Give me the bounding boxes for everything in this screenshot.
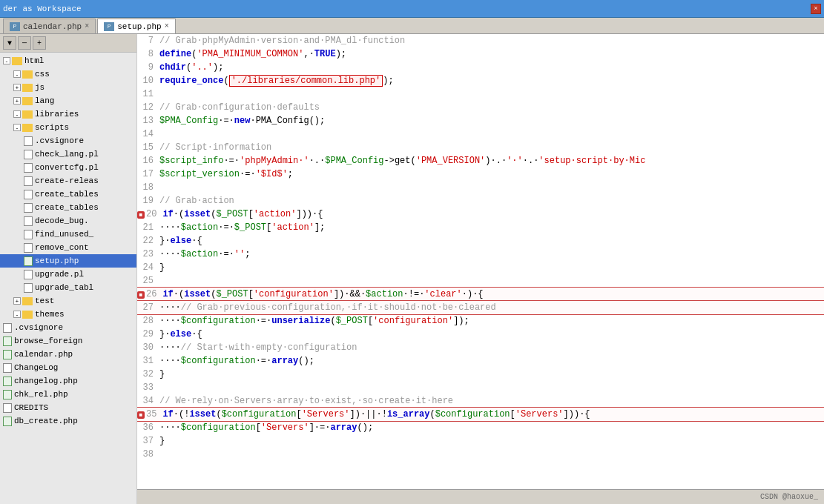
tab-calendar-close[interactable]: × <box>85 22 89 30</box>
code-line-33: 33 <box>137 381 824 394</box>
tree-item-find-unused[interactable]: find_unused_ <box>0 228 136 241</box>
label-find-unused: find_unused_ <box>35 230 93 239</box>
tree-item-js[interactable]: + js <box>0 81 136 94</box>
line-num-33: 33 <box>137 381 159 394</box>
tree-item-html[interactable]: - html <box>0 54 136 67</box>
tree-item-decode-bug[interactable]: decode_bug. <box>0 214 136 228</box>
line-num-18: 18 <box>137 181 159 194</box>
tree-item-upgrade-pl[interactable]: upgrade.pl <box>0 268 136 281</box>
tree-item-convertcfg[interactable]: convertcfg.pl <box>0 161 136 174</box>
tab-setup[interactable]: P setup.php × <box>97 19 175 33</box>
expander-js[interactable]: + <box>13 84 21 91</box>
add-button[interactable]: + <box>33 36 46 50</box>
folder-icon-themes <box>22 311 33 319</box>
tree-item-db-create[interactable]: db_create.php <box>0 414 136 428</box>
tree-item-libraries[interactable]: - libraries <box>0 107 136 121</box>
label-html: html <box>24 56 44 65</box>
line-num-15: 15 <box>137 141 159 154</box>
file-icon-changelog <box>3 363 12 373</box>
line-content-20: if·(isset($_POST['action']))·{ <box>162 208 824 221</box>
close-button[interactable]: × <box>811 4 821 14</box>
tree-item-test[interactable]: + test <box>0 294 136 308</box>
expander-css[interactable]: - <box>13 70 21 78</box>
line-content-37: } <box>159 434 824 448</box>
tree-item-changelog[interactable]: ChangeLog <box>0 361 136 374</box>
expander-scripts[interactable]: - <box>13 124 21 131</box>
tree-item-scripts[interactable]: - scripts <box>0 121 136 134</box>
tree-item-setup-php[interactable]: setup.php <box>0 254 136 268</box>
tree-item-themes[interactable]: - themes <box>0 308 136 321</box>
line-content-30: ····// Start·with·empty·configuration <box>159 341 824 354</box>
label-root-cvsignore: .cvsignore <box>14 323 63 332</box>
expander-test[interactable]: + <box>13 297 21 305</box>
breakpoint-20: ■ <box>137 211 145 219</box>
line-content-17: $script_version·=·'$Id$'; <box>159 168 824 181</box>
line-num-14: 14 <box>137 127 159 141</box>
tree-item-upgrade-tabl[interactable]: upgrade_tabl <box>0 281 136 294</box>
line-num-30: 30 <box>137 341 159 354</box>
tree-item-cvsignore[interactable]: .cvsignore <box>0 134 136 147</box>
expander-lang[interactable]: + <box>13 97 21 105</box>
php-file-icon2: P <box>104 22 114 31</box>
line-content-10: require_once('./libraries/common.lib.php… <box>159 74 824 87</box>
tree-item-credits[interactable]: CREDITS <box>0 401 136 414</box>
folder-icon-test <box>22 297 33 305</box>
tab-setup-label: setup.php <box>117 22 161 31</box>
line-content-18 <box>159 181 824 194</box>
code-line-18: 18 <box>137 181 824 194</box>
collapse-all-button[interactable]: ▼ <box>3 36 16 50</box>
code-line-9: 9 chdir('..'); <box>137 61 824 74</box>
label-changelog: ChangeLog <box>14 363 58 372</box>
tree-item-chk-rel[interactable]: chk_rel.php <box>0 388 136 401</box>
file-icon-setup-php <box>24 256 33 266</box>
line-num-29: 29 <box>137 328 159 341</box>
line-num-32: 32 <box>137 368 159 381</box>
code-line-37: 37 } <box>137 434 824 448</box>
code-line-15: 15 // Script·information <box>137 141 824 154</box>
sidebar-tree[interactable]: - html - css + js + lang <box>0 53 136 504</box>
line-content-7: // Grab·phpMyAdmin·version·and·PMA_dl·fu… <box>159 34 824 47</box>
expander-html[interactable]: - <box>3 57 10 64</box>
code-line-17: 17 $script_version·=·'$Id$'; <box>137 168 824 181</box>
tab-setup-close[interactable]: × <box>165 22 169 30</box>
file-icon-find-unused <box>24 230 33 239</box>
code-line-29: 29 }·else·{ <box>137 328 824 341</box>
label-create-tables-2: create_tables <box>35 203 99 212</box>
code-line-12: 12 // Grab·configuration·defaults <box>137 101 824 114</box>
line-content-19: // Grab·action <box>159 194 824 208</box>
tree-item-css[interactable]: - css <box>0 67 136 81</box>
line-num-20: ■20 <box>137 208 162 221</box>
tree-item-check-lang[interactable]: check_lang.pl <box>0 147 136 161</box>
code-line-10: 10 require_once('./libraries/common.lib.… <box>137 74 824 87</box>
label-lang: lang <box>35 96 54 105</box>
tree-item-browse-foreign[interactable]: browse_foreign <box>0 334 136 348</box>
folder-icon-css <box>22 70 33 79</box>
line-num-11: 11 <box>137 87 159 101</box>
tree-item-create-releas[interactable]: create-releas <box>0 174 136 188</box>
expander-libraries[interactable]: - <box>13 110 21 118</box>
code-editor[interactable]: 7 // Grab·phpMyAdmin·version·and·PMA_dl·… <box>137 34 824 489</box>
tree-item-calendar-php[interactable]: calendar.php <box>0 348 136 361</box>
expand-all-button[interactable]: ─ <box>18 36 31 50</box>
file-icon-create-releas <box>24 176 33 186</box>
tree-item-changelog-php[interactable]: changelog.php <box>0 374 136 388</box>
line-content-9: chdir('..'); <box>159 61 824 74</box>
line-num-13: 13 <box>137 114 159 127</box>
code-content[interactable]: 7 // Grab·phpMyAdmin·version·and·PMA_dl·… <box>137 34 824 489</box>
tab-calendar[interactable]: P calendar.php × <box>3 19 96 33</box>
line-num-7: 7 <box>137 34 159 47</box>
code-line-28: 28 ····$configuration·=·unserialize($_PO… <box>137 314 824 328</box>
label-changelog-php: changelog.php <box>14 377 78 385</box>
tree-item-create-tables-1[interactable]: create_tables <box>0 188 136 201</box>
tree-item-remove-cont[interactable]: remove_cont <box>0 241 136 254</box>
file-icon-calendar-php <box>3 350 12 359</box>
code-line-23: 23 ····$action·=·''; <box>137 248 824 261</box>
tree-item-root-cvsignore[interactable]: .cvsignore <box>0 321 136 334</box>
code-line-31: 31 ····$configuration·=·array(); <box>137 354 824 368</box>
expander-themes[interactable]: - <box>13 311 21 318</box>
tree-item-create-tables-2[interactable]: create_tables <box>0 201 136 214</box>
tree-item-lang[interactable]: + lang <box>0 94 136 107</box>
line-num-8: 8 <box>137 47 159 61</box>
line-content-26: if·(isset($_POST['configuration'])·&&·$a… <box>162 288 824 301</box>
breakpoint-26: ■ <box>137 291 145 299</box>
